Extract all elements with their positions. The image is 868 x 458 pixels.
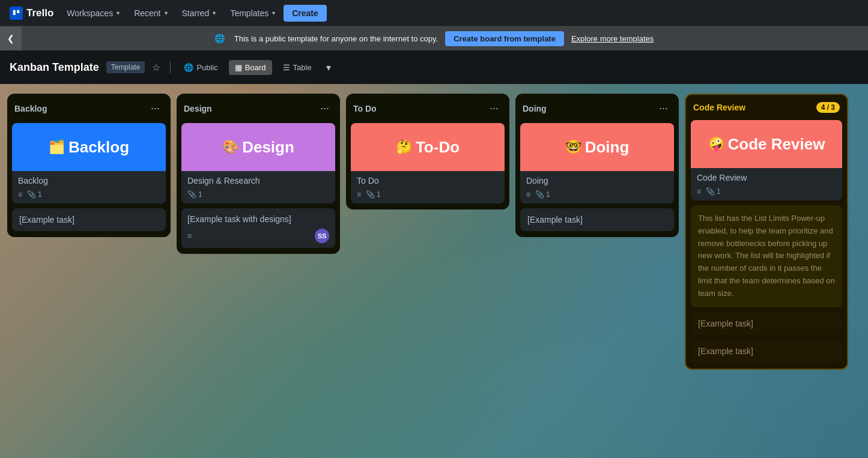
card-desc-icon: ≡ (18, 190, 22, 199)
list-menu-button-design[interactable]: ··· (317, 101, 333, 116)
chevron-down-icon: ▾ (165, 10, 168, 16)
card-code-review-cover[interactable]: 🤪 Code Review Code Review ≡ 📎 1 (691, 120, 842, 200)
explore-templates-link[interactable]: Explore more templates (571, 34, 654, 43)
trello-logo[interactable]: Trello (5, 7, 58, 20)
paperclip-icon: 📎 (187, 190, 196, 199)
card-meta-design: 📎 1 (181, 188, 335, 199)
visibility-button[interactable]: 🌐 Public (178, 60, 223, 75)
list-header-design: Design ··· (181, 100, 335, 118)
card-attachment-design: 📎 1 (187, 190, 202, 199)
card-cover-backlog: 🗂️ Backlog (12, 123, 166, 171)
top-navigation: Trello Workspaces ▾ Recent ▾ Starred ▾ T… (0, 0, 868, 26)
card-plain-title-cr-2: [Example task] (698, 346, 753, 356)
template-badge: Template (106, 61, 145, 73)
list-title-code-review: Code Review (693, 103, 745, 112)
doing-emoji-icon: 🤓 (565, 139, 581, 155)
list-header-todo: To Do ··· (351, 100, 505, 118)
list-design: Design ··· 🎨 Design Design & Research 📎 … (177, 94, 340, 254)
chevron-down-icon: ▾ (272, 10, 275, 16)
list-title-todo: To Do (353, 104, 377, 113)
card-info-code-review: This list has the List Limits Power-up e… (691, 205, 842, 307)
card-design-cover[interactable]: 🎨 Design Design & Research 📎 1 (181, 123, 335, 203)
chevron-down-icon: ▾ (117, 10, 120, 16)
list-menu-button-todo[interactable]: ··· (486, 101, 502, 116)
card-desc-icon-todo: ≡ (357, 190, 361, 199)
divider (170, 61, 171, 73)
paperclip-icon: 📎 (706, 187, 715, 196)
limit-badge-code-review: 4 / 3 (816, 102, 840, 113)
templates-menu[interactable]: Templates ▾ (224, 5, 281, 22)
card-meta-doing: ≡ 📎 1 (520, 188, 674, 199)
svg-rect-1 (17, 10, 19, 13)
card-attachment-backlog: 📎 1 (27, 190, 42, 199)
card-title-code-review: Code Review (691, 173, 842, 185)
paperclip-icon: 📎 (366, 190, 375, 199)
expand-views-button[interactable]: ▾ (323, 59, 335, 76)
card-cover-design: 🎨 Design (181, 123, 335, 171)
board-content: Backlog ··· 🗂️ Backlog Backlog ≡ 📎 1 [Ex… (0, 84, 868, 458)
card-meta-todo: ≡ 📎 1 (351, 188, 505, 199)
card-design-example[interactable]: [Example task with designs] ≡ SS (181, 208, 335, 248)
card-attachment-cr: 📎 1 (706, 187, 721, 196)
list-title-backlog: Backlog (14, 104, 47, 113)
board-view-button[interactable]: ▦ Board (229, 60, 272, 75)
card-example-doing[interactable]: [Example task] (520, 208, 674, 231)
card-cover-code-review: 🤪 Code Review (691, 120, 842, 168)
card-title-design: Design & Research (181, 176, 335, 188)
card-meta-code-review: ≡ 📎 1 (691, 185, 842, 196)
trello-wordmark: Trello (26, 7, 53, 19)
card-meta-design-example: ≡ SS (181, 226, 335, 243)
workspaces-menu[interactable]: Workspaces ▾ (61, 5, 126, 22)
card-plain-title-doing: [Example task] (527, 215, 583, 224)
sidebar-toggle-button[interactable]: ❮ (0, 26, 22, 50)
list-backlog: Backlog ··· 🗂️ Backlog Backlog ≡ 📎 1 [Ex… (7, 94, 171, 237)
list-title-design: Design (184, 104, 212, 113)
table-view-button[interactable]: ☰ Table (277, 60, 318, 75)
card-example-cr-1[interactable]: [Example task] (691, 312, 842, 335)
list-header-code-review: Code Review 4 / 3 (691, 101, 842, 115)
list-menu-button-backlog[interactable]: ··· (147, 101, 163, 116)
star-button[interactable]: ☆ (150, 59, 163, 76)
list-header-doing: Doing ··· (520, 100, 674, 118)
card-attachment-doing: 📎 1 (535, 190, 550, 199)
card-plain-title-backlog: [Example task] (19, 215, 74, 224)
svg-rect-0 (13, 10, 16, 14)
design-emoji-icon: 🎨 (222, 139, 238, 155)
card-title-backlog: Backlog (12, 176, 166, 188)
board-title: Kanban Template (10, 61, 99, 74)
trello-icon-box (10, 7, 23, 20)
card-example-cr-2[interactable]: [Example task] (691, 340, 842, 363)
card-desc-icon-design: ≡ (187, 232, 192, 240)
card-backlog-cover[interactable]: 🗂️ Backlog Backlog ≡ 📎 1 (12, 123, 166, 203)
card-title-doing: Doing (520, 176, 674, 188)
card-cover-todo: 🤔 To-Do (351, 123, 505, 171)
chevron-down-icon: ▾ (213, 10, 216, 16)
globe-small-icon: 🌐 (184, 63, 193, 72)
paperclip-icon: 📎 (27, 190, 36, 199)
todo-emoji-icon: 🤔 (396, 139, 412, 155)
list-menu-button-doing[interactable]: ··· (655, 101, 672, 116)
board-icon: ▦ (235, 63, 242, 72)
card-desc-icon-doing: ≡ (526, 190, 530, 199)
board-header: Kanban Template Template ☆ 🌐 Public ▦ Bo… (0, 50, 868, 84)
list-doing: Doing ··· 🤓 Doing Doing ≡ 📎 1 [Example t… (515, 94, 679, 237)
create-board-from-template-button[interactable]: Create board from template (445, 31, 564, 46)
card-todo-cover[interactable]: 🤔 To-Do To Do ≡ 📎 1 (351, 123, 505, 203)
list-header-backlog: Backlog ··· (12, 100, 166, 118)
card-attachment-todo: 📎 1 (366, 190, 381, 199)
card-plain-title-cr-1: [Example task] (698, 319, 753, 328)
card-cover-doing: 🤓 Doing (520, 123, 674, 171)
card-doing-cover[interactable]: 🤓 Doing Doing ≡ 📎 1 (520, 123, 674, 203)
globe-icon: 🌐 (214, 34, 225, 43)
paperclip-icon: 📎 (535, 190, 544, 199)
create-button[interactable]: Create (284, 5, 327, 22)
card-example-backlog[interactable]: [Example task] (12, 208, 166, 231)
code-review-emoji-icon: 🤪 (708, 136, 724, 152)
card-title-design-example: [Example task with designs] (181, 208, 335, 226)
list-title-doing: Doing (523, 104, 547, 113)
starred-menu[interactable]: Starred ▾ (176, 5, 222, 22)
list-code-review: Code Review 4 / 3 🤪 Code Review Code Rev… (685, 94, 848, 370)
avatar-ss: SS (315, 229, 329, 243)
card-meta-backlog: ≡ 📎 1 (12, 188, 166, 199)
recent-menu[interactable]: Recent ▾ (128, 5, 173, 22)
